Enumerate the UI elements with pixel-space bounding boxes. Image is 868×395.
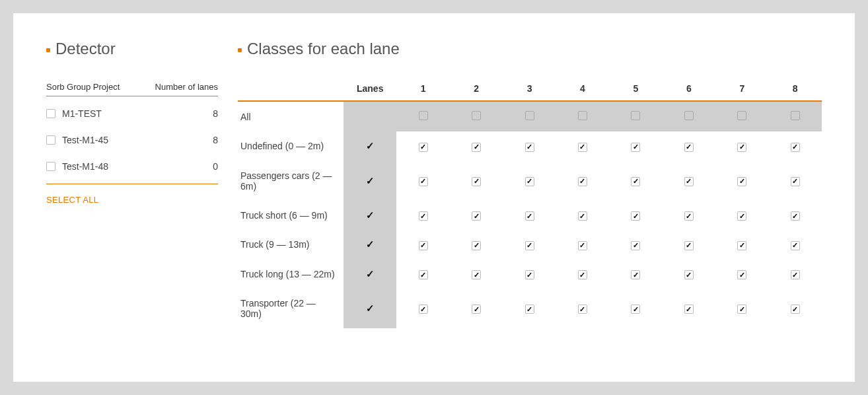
class-lane-checkbox[interactable] xyxy=(737,143,746,152)
all-lane-checkbox[interactable] xyxy=(631,111,640,120)
lane-header-4: 4 xyxy=(556,78,609,101)
detector-lane-count: 8 xyxy=(213,108,218,119)
class-label: Truck short (6 — 9m) xyxy=(238,201,344,231)
class-label: Passengers cars (2 — 6m) xyxy=(238,161,344,201)
class-row: Truck long (13 — 22m) xyxy=(238,260,822,289)
class-lane-checkbox[interactable] xyxy=(419,211,428,221)
all-lane-checkbox[interactable] xyxy=(419,111,428,120)
class-lane-checkbox[interactable] xyxy=(419,270,428,279)
class-lane-checkbox[interactable] xyxy=(791,177,800,186)
class-lane-checkbox[interactable] xyxy=(684,143,694,152)
detector-row: M1-TEST8 xyxy=(46,100,218,127)
detector-lane-count: 0 xyxy=(213,161,218,172)
all-lane-checkbox[interactable] xyxy=(737,111,746,120)
lane-header-7: 7 xyxy=(715,78,768,101)
lane-header-1: 1 xyxy=(396,78,449,101)
class-lane-checkbox[interactable] xyxy=(791,305,800,314)
class-lane-checkbox[interactable] xyxy=(419,177,428,186)
class-lane-checkbox[interactable] xyxy=(472,177,481,186)
class-lane-checkbox[interactable] xyxy=(578,241,587,250)
class-lane-checkbox[interactable] xyxy=(631,143,640,152)
class-lane-checkbox[interactable] xyxy=(791,241,800,250)
class-lane-checkbox[interactable] xyxy=(791,270,800,279)
class-all-checkbox[interactable] xyxy=(365,240,375,249)
class-lane-checkbox[interactable] xyxy=(419,241,428,250)
class-all-checkbox[interactable] xyxy=(365,304,375,313)
class-lane-checkbox[interactable] xyxy=(631,177,640,186)
detector-checkbox[interactable] xyxy=(46,109,55,118)
lane-header-8: 8 xyxy=(769,78,822,101)
detector-checkbox[interactable] xyxy=(46,162,55,171)
class-all-checkbox[interactable] xyxy=(365,141,375,151)
classes-title-text: Classes for each lane xyxy=(247,40,400,58)
lane-header-2: 2 xyxy=(450,78,503,101)
class-label: Truck (9 — 13m) xyxy=(238,230,344,260)
class-lane-checkbox[interactable] xyxy=(419,143,428,152)
class-lane-checkbox[interactable] xyxy=(791,143,800,152)
detector-col-lanes: Number of lanes xyxy=(155,82,218,92)
class-lane-checkbox[interactable] xyxy=(578,211,587,221)
class-lane-checkbox[interactable] xyxy=(631,270,640,279)
all-lane-checkbox[interactable] xyxy=(578,111,587,120)
class-lane-checkbox[interactable] xyxy=(578,270,587,279)
class-row: Passengers cars (2 — 6m) xyxy=(238,161,822,201)
class-label: Undefined (0 — 2m) xyxy=(238,131,344,161)
class-lane-checkbox[interactable] xyxy=(472,241,481,250)
class-lane-checkbox[interactable] xyxy=(419,305,428,314)
class-row: Truck short (6 — 9m) xyxy=(238,201,822,231)
class-lane-checkbox[interactable] xyxy=(631,241,640,250)
class-lane-checkbox[interactable] xyxy=(578,143,587,152)
class-lane-checkbox[interactable] xyxy=(525,211,534,221)
class-lane-checkbox[interactable] xyxy=(472,270,481,279)
class-lane-checkbox[interactable] xyxy=(631,211,640,221)
class-lane-checkbox[interactable] xyxy=(791,211,800,221)
class-all-checkbox[interactable] xyxy=(365,269,375,278)
class-lane-checkbox[interactable] xyxy=(472,143,481,152)
lanes-header-blank xyxy=(238,78,344,101)
detector-checkbox[interactable] xyxy=(46,135,55,145)
class-lane-checkbox[interactable] xyxy=(737,241,746,250)
lane-header-3: 3 xyxy=(503,78,556,101)
class-lane-checkbox[interactable] xyxy=(525,177,534,186)
class-lane-checkbox[interactable] xyxy=(472,305,481,314)
detector-name: M1-TEST xyxy=(62,108,102,119)
select-all-button[interactable]: SELECT ALL xyxy=(46,195,98,205)
class-lane-checkbox[interactable] xyxy=(737,177,746,186)
class-lane-checkbox[interactable] xyxy=(578,177,587,186)
classes-panel: Classes for each lane Lanes 12345678 All… xyxy=(238,40,822,355)
lanes-header-row: Lanes 12345678 xyxy=(238,78,822,101)
all-lane-checkbox[interactable] xyxy=(684,111,694,120)
detector-row: Test-M1-458 xyxy=(46,127,218,153)
bullet-icon xyxy=(238,48,242,52)
all-lane-checkbox[interactable] xyxy=(525,111,534,120)
detector-title-text: Detector xyxy=(55,40,116,58)
detector-col-project: Sorb Group Project xyxy=(46,82,120,92)
lane-row-all: All xyxy=(238,101,822,131)
class-lane-checkbox[interactable] xyxy=(631,305,640,314)
all-lane-checkbox[interactable] xyxy=(791,111,800,120)
bullet-icon xyxy=(46,48,50,52)
class-lane-checkbox[interactable] xyxy=(525,270,534,279)
lane-header-6: 6 xyxy=(663,78,715,101)
classes-title: Classes for each lane xyxy=(238,40,822,58)
class-lane-checkbox[interactable] xyxy=(684,211,694,221)
class-lane-checkbox[interactable] xyxy=(684,241,694,250)
class-lane-checkbox[interactable] xyxy=(525,305,534,314)
class-lane-checkbox[interactable] xyxy=(737,270,746,279)
class-lane-checkbox[interactable] xyxy=(578,305,587,314)
class-all-checkbox[interactable] xyxy=(365,210,375,219)
lanes-table: Lanes 12345678 AllUndefined (0 — 2m)Pass… xyxy=(238,78,822,328)
class-lane-checkbox[interactable] xyxy=(525,241,534,250)
all-lane-checkbox[interactable] xyxy=(472,111,481,120)
detector-lane-count: 8 xyxy=(213,135,218,145)
class-all-checkbox[interactable] xyxy=(365,176,375,185)
class-lane-checkbox[interactable] xyxy=(684,177,694,186)
class-row: Transporter (22 — 30m) xyxy=(238,289,822,328)
class-lane-checkbox[interactable] xyxy=(472,211,481,221)
class-lane-checkbox[interactable] xyxy=(737,305,746,314)
class-lane-checkbox[interactable] xyxy=(684,305,694,314)
class-lane-checkbox[interactable] xyxy=(737,211,746,221)
detector-title: Detector xyxy=(46,40,218,58)
class-lane-checkbox[interactable] xyxy=(684,270,694,279)
class-lane-checkbox[interactable] xyxy=(525,143,534,152)
